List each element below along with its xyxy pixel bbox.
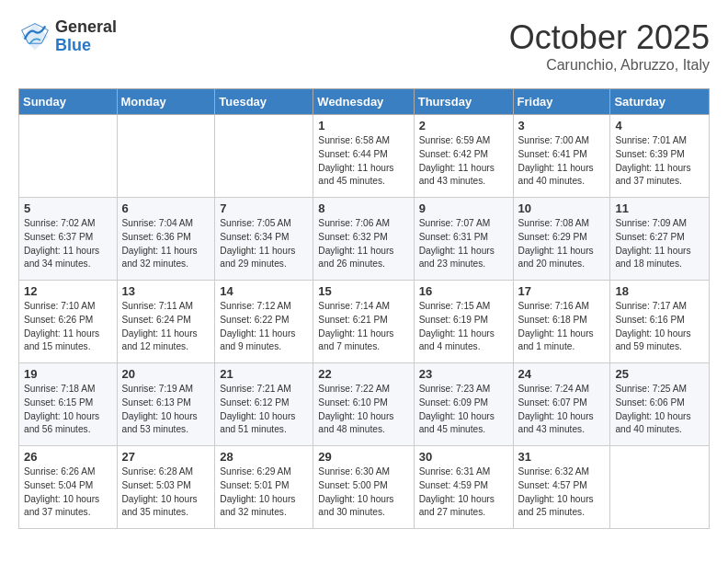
- day-info: Sunrise: 7:10 AMSunset: 6:26 PMDaylight:…: [24, 301, 99, 351]
- logo-general-text: General: [55, 18, 117, 37]
- day-number: 20: [122, 367, 210, 381]
- day-info: Sunrise: 7:08 AMSunset: 6:29 PMDaylight:…: [518, 218, 594, 269]
- table-row: 9 Sunrise: 7:07 AMSunset: 6:31 PMDayligh…: [414, 198, 513, 281]
- day-info: Sunrise: 6:29 AMSunset: 5:01 PMDaylight:…: [220, 466, 295, 517]
- day-number: 25: [615, 367, 704, 381]
- day-info: Sunrise: 7:18 AMSunset: 6:15 PMDaylight:…: [24, 384, 99, 434]
- day-info: Sunrise: 7:05 AMSunset: 6:34 PMDaylight:…: [220, 218, 295, 269]
- day-number: 16: [419, 284, 508, 298]
- day-number: 22: [318, 367, 408, 381]
- calendar-table: Sunday Monday Tuesday Wednesday Thursday…: [18, 88, 710, 529]
- day-info: Sunrise: 7:19 AMSunset: 6:13 PMDaylight:…: [122, 384, 198, 434]
- day-number: 28: [220, 450, 308, 464]
- day-number: 21: [220, 367, 308, 381]
- header-tuesday: Tuesday: [215, 89, 313, 115]
- table-row: 26 Sunrise: 6:26 AMSunset: 5:04 PMDaylig…: [19, 446, 118, 529]
- table-row: 21 Sunrise: 7:21 AMSunset: 6:12 PMDaylig…: [215, 363, 313, 446]
- day-info: Sunrise: 7:16 AMSunset: 6:18 PMDaylight:…: [518, 301, 594, 351]
- page: General Blue October 2025 Carunchio, Abr…: [0, 0, 728, 547]
- table-row: [19, 115, 118, 198]
- table-row: 14 Sunrise: 7:12 AMSunset: 6:22 PMDaylig…: [215, 281, 313, 363]
- table-row: 10 Sunrise: 7:08 AMSunset: 6:29 PMDaylig…: [513, 198, 610, 281]
- header-wednesday: Wednesday: [313, 89, 414, 115]
- day-info: Sunrise: 6:31 AMSunset: 4:59 PMDaylight:…: [419, 466, 495, 517]
- month-title: October 2025: [509, 18, 710, 57]
- day-number: 30: [419, 450, 508, 464]
- day-info: Sunrise: 7:04 AMSunset: 6:36 PMDaylight:…: [122, 218, 198, 269]
- day-info: Sunrise: 6:26 AMSunset: 5:04 PMDaylight:…: [24, 466, 99, 517]
- day-info: Sunrise: 6:30 AMSunset: 5:00 PMDaylight:…: [318, 466, 393, 517]
- day-info: Sunrise: 7:02 AMSunset: 6:37 PMDaylight:…: [24, 218, 99, 269]
- table-row: 23 Sunrise: 7:23 AMSunset: 6:09 PMDaylig…: [414, 363, 513, 446]
- table-row: 17 Sunrise: 7:16 AMSunset: 6:18 PMDaylig…: [513, 281, 610, 363]
- table-row: 11 Sunrise: 7:09 AMSunset: 6:27 PMDaylig…: [610, 198, 710, 281]
- weekday-header-row: Sunday Monday Tuesday Wednesday Thursday…: [19, 89, 710, 115]
- day-number: 11: [615, 201, 704, 215]
- table-row: [610, 446, 710, 529]
- day-info: Sunrise: 7:21 AMSunset: 6:12 PMDaylight:…: [220, 384, 295, 434]
- day-info: Sunrise: 7:23 AMSunset: 6:09 PMDaylight:…: [419, 384, 495, 434]
- table-row: 13 Sunrise: 7:11 AMSunset: 6:24 PMDaylig…: [117, 281, 215, 363]
- table-row: 15 Sunrise: 7:14 AMSunset: 6:21 PMDaylig…: [313, 281, 414, 363]
- table-row: 29 Sunrise: 6:30 AMSunset: 5:00 PMDaylig…: [313, 446, 414, 529]
- day-number: 8: [318, 201, 408, 215]
- week-row-5: 26 Sunrise: 6:26 AMSunset: 5:04 PMDaylig…: [19, 446, 710, 529]
- day-number: 24: [518, 367, 606, 381]
- header: General Blue October 2025 Carunchio, Abr…: [18, 18, 710, 74]
- table-row: 2 Sunrise: 6:59 AMSunset: 6:42 PMDayligh…: [414, 115, 513, 198]
- day-info: Sunrise: 7:12 AMSunset: 6:22 PMDaylight:…: [220, 301, 295, 351]
- day-number: 29: [318, 450, 408, 464]
- table-row: 5 Sunrise: 7:02 AMSunset: 6:37 PMDayligh…: [19, 198, 118, 281]
- day-number: 12: [24, 284, 112, 298]
- title-section: October 2025 Carunchio, Abruzzo, Italy: [509, 18, 710, 74]
- day-number: 14: [220, 284, 308, 298]
- week-row-1: 1 Sunrise: 6:58 AMSunset: 6:44 PMDayligh…: [19, 115, 710, 198]
- table-row: 27 Sunrise: 6:28 AMSunset: 5:03 PMDaylig…: [117, 446, 215, 529]
- table-row: 8 Sunrise: 7:06 AMSunset: 6:32 PMDayligh…: [313, 198, 414, 281]
- table-row: 25 Sunrise: 7:25 AMSunset: 6:06 PMDaylig…: [610, 363, 710, 446]
- day-info: Sunrise: 6:58 AMSunset: 6:44 PMDaylight:…: [318, 135, 393, 186]
- day-info: Sunrise: 6:32 AMSunset: 4:57 PMDaylight:…: [518, 466, 594, 517]
- day-info: Sunrise: 7:24 AMSunset: 6:07 PMDaylight:…: [518, 384, 594, 434]
- week-row-4: 19 Sunrise: 7:18 AMSunset: 6:15 PMDaylig…: [19, 363, 710, 446]
- day-info: Sunrise: 7:11 AMSunset: 6:24 PMDaylight:…: [122, 301, 198, 351]
- table-row: 4 Sunrise: 7:01 AMSunset: 6:39 PMDayligh…: [610, 115, 710, 198]
- table-row: [117, 115, 215, 198]
- day-number: 4: [615, 119, 704, 132]
- day-number: 27: [122, 450, 210, 464]
- day-info: Sunrise: 7:06 AMSunset: 6:32 PMDaylight:…: [318, 218, 393, 269]
- logo-icon: [18, 20, 51, 53]
- day-number: 10: [518, 201, 606, 215]
- day-number: 9: [419, 201, 508, 215]
- day-number: 1: [318, 119, 408, 132]
- header-sunday: Sunday: [19, 89, 118, 115]
- header-saturday: Saturday: [610, 89, 710, 115]
- day-number: 31: [518, 450, 606, 464]
- table-row: 31 Sunrise: 6:32 AMSunset: 4:57 PMDaylig…: [513, 446, 610, 529]
- day-number: 23: [419, 367, 508, 381]
- logo: General Blue: [18, 18, 117, 55]
- table-row: 24 Sunrise: 7:24 AMSunset: 6:07 PMDaylig…: [513, 363, 610, 446]
- day-info: Sunrise: 6:28 AMSunset: 5:03 PMDaylight:…: [122, 466, 198, 517]
- day-number: 13: [122, 284, 210, 298]
- day-info: Sunrise: 7:15 AMSunset: 6:19 PMDaylight:…: [419, 301, 495, 351]
- table-row: 30 Sunrise: 6:31 AMSunset: 4:59 PMDaylig…: [414, 446, 513, 529]
- week-row-2: 5 Sunrise: 7:02 AMSunset: 6:37 PMDayligh…: [19, 198, 710, 281]
- day-info: Sunrise: 7:22 AMSunset: 6:10 PMDaylight:…: [318, 384, 393, 434]
- header-friday: Friday: [513, 89, 610, 115]
- logo-text: General Blue: [55, 18, 117, 55]
- table-row: 6 Sunrise: 7:04 AMSunset: 6:36 PMDayligh…: [117, 198, 215, 281]
- week-row-3: 12 Sunrise: 7:10 AMSunset: 6:26 PMDaylig…: [19, 281, 710, 363]
- table-row: 7 Sunrise: 7:05 AMSunset: 6:34 PMDayligh…: [215, 198, 313, 281]
- day-number: 15: [318, 284, 408, 298]
- day-number: 3: [518, 119, 606, 132]
- day-number: 7: [220, 201, 308, 215]
- day-number: 17: [518, 284, 606, 298]
- table-row: 22 Sunrise: 7:22 AMSunset: 6:10 PMDaylig…: [313, 363, 414, 446]
- day-number: 6: [122, 201, 210, 215]
- day-info: Sunrise: 7:09 AMSunset: 6:27 PMDaylight:…: [615, 218, 690, 269]
- day-info: Sunrise: 7:14 AMSunset: 6:21 PMDaylight:…: [318, 301, 393, 351]
- day-info: Sunrise: 7:17 AMSunset: 6:16 PMDaylight:…: [615, 301, 690, 351]
- logo-blue-text: Blue: [55, 37, 117, 55]
- day-number: 2: [419, 119, 508, 132]
